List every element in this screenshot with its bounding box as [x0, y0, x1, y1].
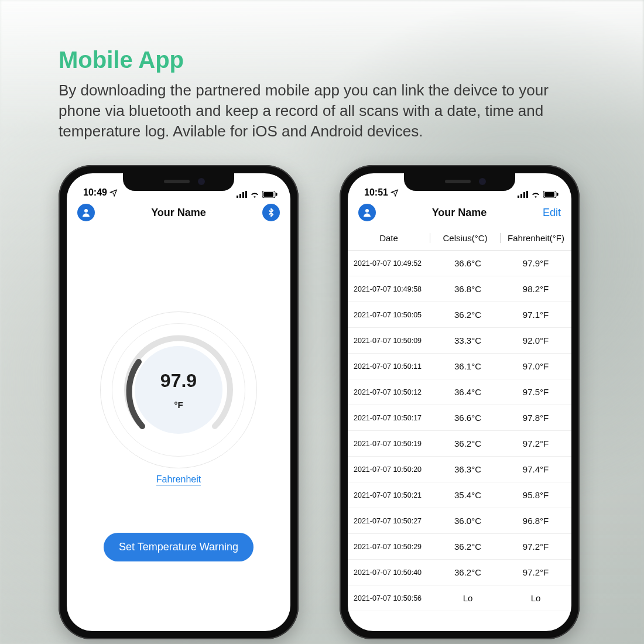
svg-rect-11: [526, 191, 528, 198]
phone-notch: [404, 173, 515, 191]
log-fahrenheit: 97.8°F: [500, 413, 571, 423]
battery-icon: [262, 191, 278, 198]
log-date: 2021-07-07 10:50:05: [348, 311, 436, 319]
log-celsius: 36.2°C: [436, 439, 500, 448]
wifi-icon: [531, 191, 540, 198]
log-celsius: 36.4°C: [436, 387, 500, 397]
log-row[interactable]: 2021-07-07 10:49:5836.8°C98.2°F: [348, 276, 571, 302]
battery-icon: [543, 191, 559, 198]
log-fahrenheit: 98.2°F: [500, 284, 571, 294]
signal-icon: [237, 191, 247, 198]
log-celsius: 36.2°C: [436, 310, 500, 320]
svg-rect-0: [237, 196, 238, 198]
svg-rect-9: [520, 194, 522, 198]
unit-toggle-link[interactable]: Fahrenheit: [156, 474, 201, 486]
log-table-body[interactable]: 2021-07-07 10:49:5236.6°C97.9°F2021-07-0…: [348, 251, 571, 611]
log-date: 2021-07-07 10:50:29: [348, 543, 436, 551]
log-celsius: 36.2°C: [436, 542, 500, 551]
svg-rect-14: [557, 193, 559, 196]
location-icon: [390, 189, 399, 197]
log-date: 2021-07-07 10:49:52: [348, 259, 436, 268]
log-date: 2021-07-07 10:50:21: [348, 491, 436, 499]
hero-body: By downloading the partnered mobile app …: [59, 80, 585, 142]
log-fahrenheit: 97.9°F: [500, 258, 571, 268]
phone-notch: [123, 173, 234, 191]
log-table-header: Date Celsius(°C) Fahrenheit(°F): [348, 226, 571, 251]
log-fahrenheit: 97.4°F: [500, 464, 571, 474]
log-celsius: 36.6°C: [436, 413, 500, 423]
log-row[interactable]: 2021-07-07 10:50:56LoLo: [348, 585, 571, 611]
phone-mock-log: 10:51 Your Name Edit Date Celsius(°C): [340, 165, 580, 639]
svg-rect-3: [245, 191, 247, 198]
svg-rect-2: [242, 192, 244, 198]
log-row[interactable]: 2021-07-07 10:50:2135.4°C95.8°F: [348, 482, 571, 508]
log-celsius: 36.3°C: [436, 464, 500, 474]
svg-rect-13: [544, 192, 554, 197]
svg-rect-1: [239, 194, 241, 198]
signal-icon: [518, 191, 528, 198]
log-row[interactable]: 2021-07-07 10:50:4036.2°C97.2°F: [348, 560, 571, 585]
log-date: 2021-07-07 10:50:20: [348, 465, 436, 474]
temperature-unit: °F: [174, 400, 183, 410]
log-fahrenheit: 97.2°F: [500, 439, 571, 448]
svg-point-7: [84, 209, 88, 213]
log-row[interactable]: 2021-07-07 10:50:0933.3°C92.0°F: [348, 328, 571, 354]
col-date-header: Date: [348, 233, 430, 243]
log-date: 2021-07-07 10:50:12: [348, 388, 436, 396]
log-date: 2021-07-07 10:50:19: [348, 440, 436, 448]
log-date: 2021-07-07 10:50:56: [348, 594, 436, 602]
svg-point-15: [365, 209, 369, 213]
log-row[interactable]: 2021-07-07 10:50:1936.2°C97.2°F: [348, 431, 571, 457]
log-celsius: 36.1°C: [436, 361, 500, 371]
log-row[interactable]: 2021-07-07 10:50:2736.0°C96.8°F: [348, 508, 571, 534]
log-date: 2021-07-07 10:50:11: [348, 362, 436, 371]
log-fahrenheit: 97.2°F: [500, 567, 571, 577]
log-celsius: 36.6°C: [436, 258, 500, 268]
phone-mock-gauge: 10:49 Your Name: [59, 165, 299, 639]
log-celsius: 36.8°C: [436, 284, 500, 294]
log-celsius: 33.3°C: [436, 335, 500, 345]
log-row[interactable]: 2021-07-07 10:50:2036.3°C97.4°F: [348, 457, 571, 482]
log-row[interactable]: 2021-07-07 10:50:1236.4°C97.5°F: [348, 379, 571, 405]
log-fahrenheit: 95.8°F: [500, 490, 571, 500]
log-fahrenheit: 97.5°F: [500, 387, 571, 397]
log-celsius: 36.0°C: [436, 516, 500, 526]
log-celsius: 35.4°C: [436, 490, 500, 500]
profile-icon[interactable]: [77, 204, 95, 221]
log-fahrenheit: Lo: [500, 593, 571, 603]
hero-title: Mobile App: [59, 47, 585, 73]
log-celsius: Lo: [436, 593, 500, 603]
set-temperature-warning-button[interactable]: Set Temperature Warning: [104, 533, 254, 561]
log-fahrenheit: 96.8°F: [500, 516, 571, 526]
temperature-gauge: 97.9 °F: [97, 308, 261, 472]
log-date: 2021-07-07 10:49:58: [348, 285, 436, 293]
log-date: 2021-07-07 10:50:27: [348, 517, 436, 525]
status-time: 10:49: [83, 187, 107, 198]
log-row[interactable]: 2021-07-07 10:50:1736.6°C97.8°F: [348, 405, 571, 431]
log-fahrenheit: 97.1°F: [500, 310, 571, 320]
log-row[interactable]: 2021-07-07 10:50:0536.2°C97.1°F: [348, 302, 571, 328]
log-date: 2021-07-07 10:50:09: [348, 337, 436, 345]
log-date: 2021-07-07 10:50:17: [348, 414, 436, 422]
location-icon: [109, 189, 118, 197]
log-row[interactable]: 2021-07-07 10:49:5236.6°C97.9°F: [348, 251, 571, 276]
log-celsius: 36.2°C: [436, 567, 500, 577]
log-fahrenheit: 92.0°F: [500, 335, 571, 345]
svg-rect-6: [276, 193, 278, 196]
svg-rect-5: [263, 192, 273, 197]
col-fahrenheit-header: Fahrenheit(°F): [500, 233, 571, 243]
log-row[interactable]: 2021-07-07 10:50:1136.1°C97.0°F: [348, 354, 571, 379]
nav-title: Your Name: [151, 207, 206, 219]
bluetooth-icon[interactable]: [262, 204, 280, 221]
log-fahrenheit: 97.2°F: [500, 542, 571, 551]
edit-button[interactable]: Edit: [543, 207, 561, 219]
log-row[interactable]: 2021-07-07 10:50:2936.2°C97.2°F: [348, 534, 571, 560]
nav-title: Your Name: [432, 207, 487, 219]
svg-rect-8: [518, 196, 519, 198]
wifi-icon: [250, 191, 259, 198]
profile-icon[interactable]: [358, 204, 376, 221]
log-fahrenheit: 97.0°F: [500, 361, 571, 371]
log-date: 2021-07-07 10:50:40: [348, 568, 436, 577]
status-time: 10:51: [364, 187, 388, 198]
temperature-value: 97.9: [160, 370, 197, 392]
